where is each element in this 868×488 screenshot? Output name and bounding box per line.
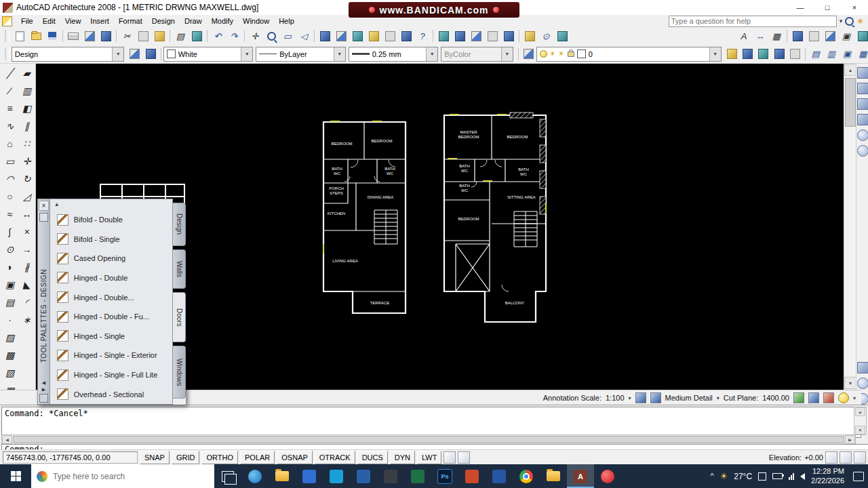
tab-windows[interactable]: Windows [173,346,186,399]
menu-help[interactable]: Help [274,16,299,26]
linetype-combo[interactable]: ByLayer ▾ [256,47,346,62]
palette-properties-icon[interactable] [39,394,48,403]
help-button[interactable]: ? [414,28,431,44]
weather-temperature[interactable]: 27°C [734,472,752,481]
ellipse-tool[interactable]: ⊙ [1,241,18,258]
chevron-down-icon[interactable]: ▾ [426,47,437,61]
tab-doors[interactable]: Doors [173,292,186,342]
layer-freeze-sun-icon[interactable]: ☀ [549,49,556,58]
open-button[interactable] [28,28,44,44]
hatch-tool[interactable]: ▨ [1,329,18,346]
named-views-button[interactable] [521,28,538,44]
markup-set-manager-button[interactable] [382,28,398,44]
fillet-tool[interactable]: ◜ [18,293,35,311]
table-style-button[interactable]: ▦ [768,28,785,44]
command-horizontal-scrollbar[interactable]: ◀ ▶ [1,434,856,445]
elevation-pick-icon[interactable] [825,451,837,464]
layer-previous-button[interactable] [740,46,755,62]
offset-tool[interactable]: ∥ [18,117,35,135]
chevron-down-icon[interactable]: ▾ [629,395,631,401]
extend-tool[interactable]: → [18,241,35,258]
layer-key-overrides-icon[interactable] [808,392,819,403]
scroll-left-icon[interactable]: ◀ [2,435,12,444]
palette-item-hinged-double-2[interactable]: Hinged - Double... [50,287,173,307]
project-navigator-button[interactable] [468,28,484,44]
chrome-button[interactable] [513,464,540,488]
color-combo[interactable]: White ▾ [163,47,254,62]
viewports-button[interactable]: ▣ [838,28,854,44]
display-manager-button[interactable] [500,28,517,44]
network-icon[interactable] [789,472,794,480]
search-icon[interactable] [845,17,854,26]
auto-hide-pin-icon[interactable] [39,213,48,222]
scrollbar-thumb[interactable] [13,436,844,443]
viewport-new-button[interactable]: ▦ [855,46,868,62]
edge-button[interactable] [241,464,269,488]
scrollbar-thumb[interactable] [845,78,856,127]
palette-item-hinged-double-full[interactable]: Hinged - Double - Fu... [50,307,173,327]
palette-item-hinged-single-full-lite[interactable]: Hinged - Single - Full Lite [50,365,173,385]
undo-button[interactable]: ↶ [210,28,226,44]
break-tool[interactable]: ∦ [18,258,35,276]
word-button[interactable] [486,464,513,488]
grid-toggle[interactable]: GRID [172,451,200,464]
orbit-icon[interactable] [857,98,868,110]
command-vertical-scrollbar[interactable]: ▲ ▼ [854,407,867,435]
circle-tool[interactable]: ○ [1,188,18,205]
revision-cloud-tool[interactable]: ≈ [1,205,18,223]
stretch-tool[interactable]: ↔ [18,205,35,223]
cut-plane-value[interactable]: 1400.00 [762,394,789,402]
multiline-tool[interactable]: ≡ [1,100,18,117]
light-bulb-icon[interactable] [838,392,849,403]
command-history[interactable]: Command: *Cancel* [1,407,861,438]
pan-icon[interactable] [857,67,868,79]
onedrive-icon[interactable] [758,472,766,481]
scroll-down-icon[interactable]: ▼ [855,426,865,434]
viewport-max-button[interactable]: ▣ [839,46,854,62]
notification-center-icon[interactable] [853,472,864,481]
match-properties-button[interactable]: ▨ [172,28,189,44]
redo-button[interactable]: ↷ [226,28,242,44]
record-button[interactable] [594,464,621,488]
layer-lock-icon[interactable] [568,52,574,57]
task-view-button[interactable] [214,464,241,488]
polygon-tool[interactable]: ⌂ [1,135,18,152]
viewport-lock-button[interactable]: ▥ [823,46,839,62]
maximize-button[interactable]: □ [814,0,841,15]
mirror-tool[interactable]: ◧ [18,100,35,117]
dyn-toggle[interactable]: DYN [390,451,415,464]
menu-window[interactable]: Window [238,16,274,26]
explode-tool[interactable]: ∗ [18,311,35,329]
sheet-list-button[interactable] [854,28,868,44]
powerpoint-button[interactable] [458,464,486,488]
file-explorer-button[interactable] [269,464,296,488]
properties-button[interactable] [317,28,333,44]
menu-insert[interactable]: Insert [85,16,114,26]
make-block-tool[interactable]: ▤ [1,293,18,311]
palette-item-bifold-double[interactable]: Bifold - Double [50,210,173,230]
tray-settings-icon[interactable] [854,451,866,464]
menu-format[interactable]: Format [114,16,147,26]
trim-tool[interactable]: × [18,223,35,241]
palette-item-hinged-single-exterior[interactable]: Hinged - Single - Exterior [50,346,173,365]
zoom-window-button[interactable]: ▭ [279,28,296,44]
make-object-layer-current-button[interactable] [724,46,740,62]
point-tool[interactable]: · [1,311,18,329]
autocad-app-icon[interactable] [3,3,13,13]
3d-orbit-button[interactable]: ⊙ [538,28,554,44]
designcenter-button[interactable] [333,28,349,44]
publish-button[interactable] [98,28,114,44]
polar-toggle[interactable]: POLAR [240,451,275,464]
ducs-toggle[interactable]: DUCS [357,451,388,464]
spline-tool[interactable]: ∫ [1,223,18,241]
battery-icon[interactable] [772,473,783,479]
style-combo[interactable]: Design ▾ [12,47,124,62]
mail-button[interactable] [350,464,377,488]
osnap-toggle[interactable]: OSNAP [277,451,313,464]
project-navigator-palette-icon[interactable] [857,362,868,373]
cut-button[interactable]: ✂ [119,28,135,44]
favorites-star-icon[interactable]: ★ [856,16,864,26]
tool-palettes-button[interactable] [349,28,366,44]
plotstyle-combo[interactable]: ByColor ▾ [441,47,513,62]
annotation-visibility-icon[interactable] [635,392,646,403]
